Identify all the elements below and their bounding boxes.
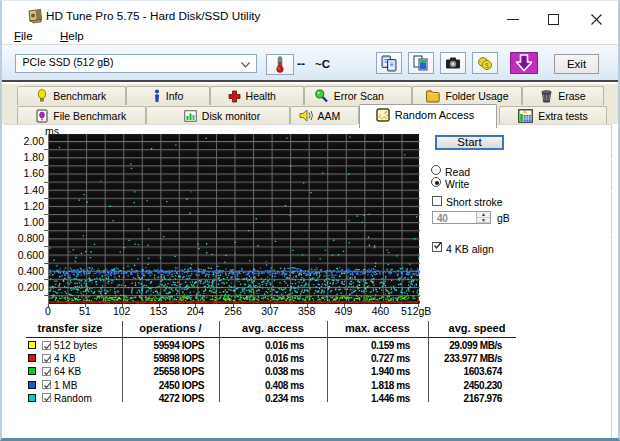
svg-text:$: $ xyxy=(485,62,489,69)
